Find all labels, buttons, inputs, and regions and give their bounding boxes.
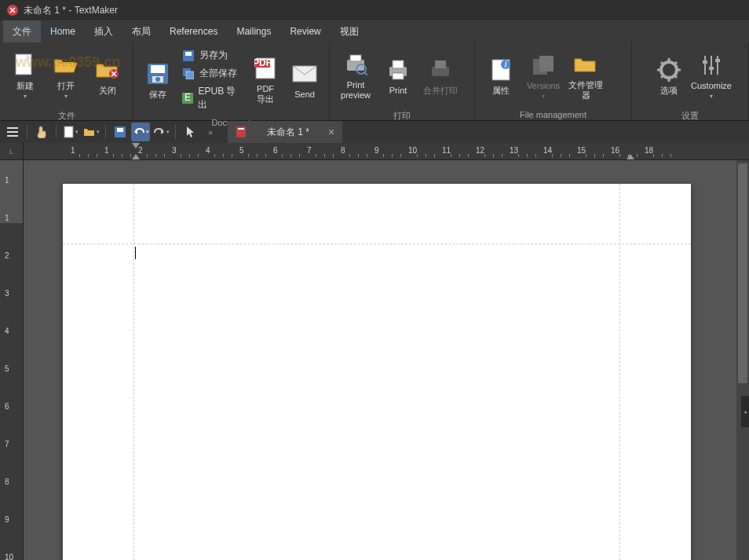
svg-point-6 — [155, 77, 160, 82]
dropdown-arrow-icon: ▾ — [64, 93, 68, 100]
document-canvas[interactable] — [24, 160, 749, 560]
save-button[interactable]: 保存 — [138, 49, 177, 111]
qat-open-button[interactable]: ▾ — [82, 123, 100, 141]
file-manager-icon — [573, 54, 598, 75]
epub-export-button[interactable]: E EPUB 导出 — [179, 83, 244, 113]
scrollbar-thumb[interactable] — [738, 163, 747, 383]
pdf-export-button[interactable]: PDF PDF 导出 — [246, 49, 285, 111]
undo-icon — [133, 126, 145, 137]
svg-rect-44 — [703, 60, 707, 64]
ruler-tick: 10 — [408, 146, 417, 155]
svg-line-20 — [364, 72, 367, 75]
ruler-tick: 1 — [104, 146, 109, 155]
qat-undo-button[interactable]: ▾ — [131, 123, 150, 141]
tab-view[interactable]: 视图 — [331, 20, 368, 42]
svg-text:PDF: PDF — [254, 57, 272, 68]
close-button[interactable]: 关闭 — [87, 46, 128, 107]
vertical-scrollbar[interactable] — [736, 160, 749, 560]
svg-rect-46 — [715, 59, 720, 62]
print-button[interactable]: Print — [377, 46, 419, 107]
folder-close-icon — [95, 60, 120, 80]
ruler-tick: 7 — [5, 440, 9, 448]
indent-marker-right[interactable] — [627, 154, 634, 159]
dropdown-arrow-icon: ▾ — [542, 93, 545, 100]
text-cursor — [135, 247, 136, 259]
ruler-tick: 1 — [71, 146, 75, 155]
ruler-corner[interactable]: L — [0, 143, 24, 160]
file-manager-button[interactable]: 文件管理器 — [564, 46, 607, 107]
svg-rect-22 — [393, 60, 404, 68]
tab-review[interactable]: Review — [280, 20, 330, 42]
document-tab[interactable]: 未命名 1 * × — [228, 121, 342, 143]
ruler-tick: 5 — [5, 364, 9, 373]
options-button[interactable]: 选项 — [648, 46, 690, 107]
qat-save-button[interactable] — [111, 123, 130, 141]
window-title: 未命名 1 * - TextMaker — [24, 4, 118, 17]
group-label-settings: 设置 — [632, 110, 748, 121]
doc-icon — [236, 126, 248, 138]
pointer-icon — [185, 126, 195, 138]
ruler-tick: 18 — [645, 146, 653, 155]
new-button[interactable]: 新建 ▾ — [5, 46, 46, 107]
folder-open-icon — [53, 55, 79, 75]
merge-print-button[interactable]: 合并打印 — [419, 46, 462, 107]
indent-marker-top[interactable] — [132, 143, 140, 148]
ruler-tick: 1 — [5, 214, 9, 222]
ruler-tick: 11 — [442, 146, 451, 155]
svg-rect-10 — [186, 71, 194, 79]
qat-pointer-button[interactable] — [181, 123, 199, 141]
gear-icon — [657, 58, 681, 82]
svg-rect-52 — [117, 128, 123, 132]
ruler-tick: 5 — [239, 146, 244, 155]
svg-text:i: i — [505, 59, 507, 70]
hand-icon — [36, 126, 47, 138]
tab-insert[interactable]: 插入 — [85, 20, 122, 42]
save-as-button[interactable]: 另存为 — [179, 47, 244, 64]
tab-layout[interactable]: 布局 — [122, 20, 160, 42]
tab-references[interactable]: References — [160, 20, 227, 42]
horizontal-ruler[interactable]: 11234567891011121314151618 — [24, 143, 749, 160]
versions-button[interactable]: Versions ▾ — [522, 46, 564, 107]
save-all-button[interactable]: 全部保存 — [179, 65, 244, 82]
ruler-tick: 9 — [5, 515, 9, 524]
tab-mailings[interactable]: Mailings — [227, 20, 280, 42]
save-icon — [115, 126, 126, 137]
new-file-icon — [14, 53, 36, 78]
send-button[interactable]: Send — [285, 49, 324, 111]
pdf-icon: PDF — [254, 57, 276, 80]
ruler-tick: 8 — [341, 146, 345, 155]
qat-redo-button[interactable]: ▾ — [152, 123, 170, 141]
properties-button[interactable]: i 属性 — [480, 46, 522, 107]
page[interactable] — [63, 184, 691, 560]
print-preview-icon — [344, 53, 367, 75]
ruler-tick: 13 — [510, 146, 518, 155]
open-button[interactable]: 打开 ▾ — [46, 46, 86, 107]
qat-new-button[interactable]: ▾ — [61, 123, 80, 141]
svg-rect-30 — [539, 56, 554, 71]
vertical-ruler[interactable]: 112345678910 — [0, 160, 24, 560]
menu-button[interactable] — [3, 123, 22, 141]
svg-rect-45 — [709, 67, 714, 70]
ruler-tick: 1 — [5, 176, 9, 185]
svg-rect-18 — [350, 55, 361, 61]
tab-file[interactable]: 文件 — [3, 20, 41, 42]
sidebar-toggle[interactable]: ◂ — [741, 396, 749, 427]
save-all-icon — [183, 68, 194, 79]
app-icon — [6, 4, 19, 16]
ruler-tick: 14 — [543, 146, 552, 155]
tab-home[interactable]: Home — [41, 20, 85, 42]
close-tab-button[interactable]: × — [328, 126, 334, 138]
print-preview-button[interactable]: Print preview — [334, 46, 377, 107]
ruler-tick: 6 — [5, 402, 9, 411]
indent-marker-bottom[interactable] — [132, 154, 140, 159]
customize-button[interactable]: Customize ▾ — [690, 46, 733, 107]
group-label-filemgmt: File management — [475, 110, 631, 121]
group-label-print: 打印 — [330, 110, 474, 121]
ruler-tick: 4 — [206, 146, 210, 155]
touch-mode-button[interactable] — [32, 123, 51, 141]
qat-more-button[interactable]: » — [201, 123, 220, 141]
svg-rect-23 — [393, 73, 404, 79]
quick-access-toolbar: ▾ ▾ ▾ ▾ » 未命名 1 * × — [0, 121, 749, 143]
save-icon — [146, 62, 170, 86]
dropdown-arrow-icon: ▾ — [24, 93, 27, 100]
